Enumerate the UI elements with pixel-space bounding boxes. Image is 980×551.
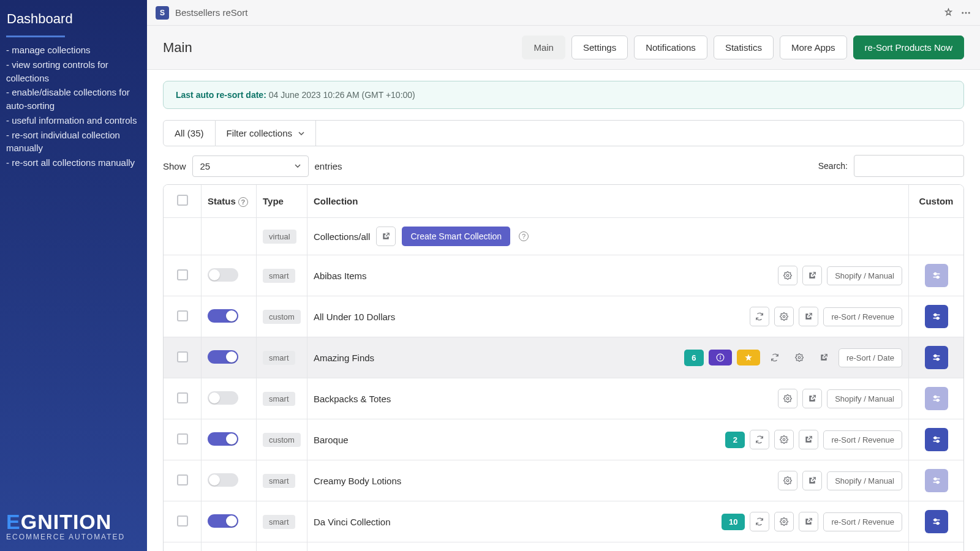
tab-notifications[interactable]: Notifications <box>634 36 707 59</box>
page-size-select[interactable]: 25 <box>192 156 309 177</box>
header-bar: Main Main Settings Notifications Statist… <box>147 26 980 70</box>
custom-settings-button[interactable] <box>925 387 948 410</box>
svg-point-20 <box>937 358 938 360</box>
svg-point-1 <box>965 12 967 13</box>
collection-name: Creamy Body Lotions <box>314 476 401 486</box>
tab-settings[interactable]: Settings <box>571 36 628 59</box>
banner-date: 04 June 2023 10:26 AM (GMT +10:00) <box>269 90 415 100</box>
refresh-icon[interactable] <box>765 348 785 367</box>
status-toggle[interactable] <box>208 473 238 487</box>
collection-name: Da Vinci Collection <box>314 517 391 527</box>
table-row: smart Amazing Finds 6 re-Sort / Date <box>164 337 963 378</box>
more-icon[interactable] <box>960 7 971 18</box>
custom-settings-button[interactable] <box>925 428 948 451</box>
open-external-icon[interactable] <box>802 389 822 408</box>
sidebar-item[interactable]: - re-sort all collections manually <box>6 156 141 170</box>
collection-name: Abibas Items <box>314 271 367 281</box>
badge[interactable]: 6 <box>684 350 704 366</box>
status-toggle[interactable] <box>208 514 238 528</box>
custom-settings-button[interactable] <box>925 510 948 533</box>
refresh-icon[interactable] <box>750 307 769 326</box>
row-checkbox[interactable] <box>177 474 188 485</box>
row-checkbox[interactable] <box>177 433 188 444</box>
gear-icon[interactable] <box>774 307 794 326</box>
collection-name: All Under 10 Dollars <box>314 312 395 322</box>
status-toggle[interactable] <box>208 432 238 446</box>
resort-now-button[interactable]: re-Sort Products Now <box>853 36 964 59</box>
type-tag: smart <box>263 474 295 488</box>
gear-icon[interactable] <box>778 471 797 490</box>
filter-all[interactable]: All (35) <box>163 120 216 146</box>
svg-point-38 <box>934 519 936 521</box>
gear-icon[interactable] <box>778 389 797 408</box>
gear-icon[interactable] <box>774 512 794 531</box>
collection-name: Baroque <box>314 435 349 445</box>
status-toggle[interactable] <box>208 268 238 282</box>
row-checkbox[interactable] <box>177 351 188 362</box>
svg-point-5 <box>934 273 936 275</box>
tab-statistics[interactable]: Statistics <box>714 36 774 59</box>
help-icon[interactable]: ? <box>238 197 248 207</box>
table-row-virtual: virtual Collections/all Create Smart Col… <box>164 218 963 255</box>
sort-tag: Shopify / Manual <box>827 471 902 490</box>
sidebar-item[interactable]: - enable/disable collections for auto-so… <box>6 86 141 113</box>
open-external-icon[interactable] <box>799 430 818 449</box>
pin-icon[interactable] <box>944 8 953 17</box>
open-external-icon[interactable] <box>802 471 822 490</box>
create-smart-collection-button[interactable]: Create Smart Collection <box>402 227 510 246</box>
status-toggle[interactable] <box>208 350 238 364</box>
page-title: Main <box>163 40 192 56</box>
topbar: S Bestsellers reSort <box>147 0 980 26</box>
type-tag: custom <box>263 310 301 324</box>
app-icon: S <box>156 6 169 20</box>
resort-banner: Last auto re-sort date: 04 June 2023 10:… <box>163 81 964 109</box>
open-external-icon[interactable] <box>799 512 818 531</box>
sidebar-item[interactable]: - view sorting controls for collections <box>6 58 141 85</box>
sidebar-item[interactable]: - useful information and controls <box>6 114 141 127</box>
status-toggle[interactable] <box>208 391 238 405</box>
show-label: Show <box>163 161 186 171</box>
open-external-icon[interactable] <box>814 348 834 367</box>
select-all-checkbox[interactable] <box>177 195 188 206</box>
refresh-icon[interactable] <box>750 512 769 531</box>
sidebar-item[interactable]: - manage collections <box>6 43 141 57</box>
badge[interactable] <box>709 350 732 365</box>
gear-icon[interactable] <box>790 348 809 367</box>
tab-main[interactable]: Main <box>522 36 565 59</box>
refresh-icon[interactable] <box>750 430 769 449</box>
badge[interactable]: 10 <box>722 514 745 530</box>
search-label: Search: <box>818 161 848 171</box>
table-row: smart Backpacks & Totes Shopify / Manual <box>164 378 963 419</box>
table-row: smart Creamy Body Lotions Shopify / Manu… <box>164 460 963 501</box>
sidebar-item[interactable]: - re-sort individual collection manually <box>6 129 141 156</box>
row-checkbox[interactable] <box>177 515 188 527</box>
gear-icon[interactable] <box>774 430 794 449</box>
row-checkbox[interactable] <box>177 269 188 280</box>
collection-name: Amazing Finds <box>314 353 374 363</box>
svg-point-25 <box>937 399 938 401</box>
col-status: Status <box>208 196 236 206</box>
help-icon[interactable]: ? <box>519 231 529 241</box>
search-input[interactable] <box>854 155 964 177</box>
custom-settings-button[interactable] <box>925 346 948 369</box>
badge[interactable]: 2 <box>725 432 745 448</box>
custom-settings-button[interactable] <box>925 469 948 492</box>
custom-settings-button[interactable] <box>925 264 948 287</box>
col-custom: Custom <box>908 185 963 218</box>
tab-more-apps[interactable]: More Apps <box>780 36 847 59</box>
sidebar: Dashboard - manage collections- view sor… <box>0 0 147 551</box>
gear-icon[interactable] <box>778 266 797 285</box>
col-collection: Collection <box>307 185 908 218</box>
svg-point-21 <box>786 397 789 400</box>
open-external-icon[interactable] <box>802 266 822 285</box>
type-tag: smart <box>263 515 295 529</box>
custom-settings-button[interactable] <box>925 305 948 328</box>
open-external-icon[interactable] <box>799 307 818 326</box>
badge[interactable] <box>737 350 760 365</box>
status-toggle[interactable] <box>208 309 238 323</box>
open-external-icon[interactable] <box>376 227 396 246</box>
row-checkbox[interactable] <box>177 310 188 321</box>
row-checkbox[interactable] <box>177 392 188 403</box>
filter-collections-dropdown[interactable]: Filter collections <box>216 120 317 146</box>
sort-tag: re-Sort / Revenue <box>823 430 902 449</box>
